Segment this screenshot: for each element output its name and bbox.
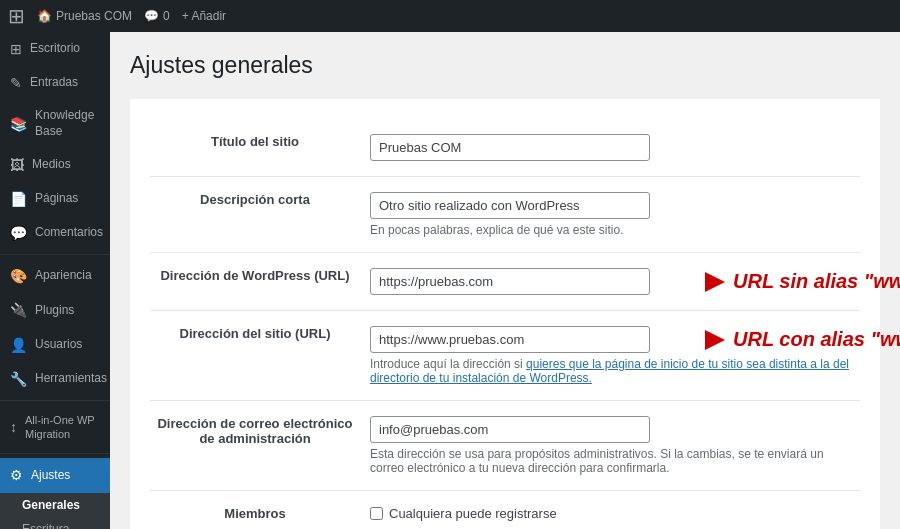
label-site-url: Dirección del sitio (URL) bbox=[150, 311, 370, 401]
svg-marker-1 bbox=[665, 330, 725, 350]
td-email: Esta dirección se usa para propósitos ad… bbox=[370, 401, 860, 491]
entradas-icon: ✎ bbox=[10, 74, 22, 92]
td-descripcion: En pocas palabras, explica de qué va est… bbox=[370, 177, 860, 253]
site-url-link[interactable]: quieres que la página de inicio de tu si… bbox=[370, 357, 849, 385]
menu-sep-3 bbox=[0, 453, 110, 454]
sidebar-item-apariencia[interactable]: 🎨 Apariencia bbox=[0, 259, 110, 293]
sidebar-item-label: All-in-One WP Migration bbox=[25, 413, 100, 442]
row-descripcion: Descripción corta En pocas palabras, exp… bbox=[150, 177, 860, 253]
paginas-icon: 📄 bbox=[10, 190, 27, 208]
label-email: Dirección de correo electrónico de admin… bbox=[150, 401, 370, 491]
miembros-checkbox-label: Cualquiera puede registrarse bbox=[389, 506, 557, 521]
menu-sep-2 bbox=[0, 400, 110, 401]
annotation-wp-url: URL sin alias "www" bbox=[665, 268, 900, 296]
miembros-label: Cualquiera puede registrarse bbox=[370, 506, 860, 521]
svg-marker-0 bbox=[665, 272, 725, 292]
sidebar-item-escritorio[interactable]: ⊞ Escritorio bbox=[0, 32, 110, 66]
desc-descripcion: En pocas palabras, explica de qué va est… bbox=[370, 223, 860, 237]
sidebar-item-herramientas[interactable]: 🔧 Herramientas bbox=[0, 362, 110, 396]
wp-wrap: ⊞ Escritorio ✎ Entradas 📚 Knowledge Base… bbox=[0, 32, 900, 529]
label-wp-url: Dirección de WordPress (URL) bbox=[150, 253, 370, 311]
annotation-site-url-text: URL con alias "www" bbox=[733, 328, 900, 351]
page-title: Ajustes generales bbox=[130, 52, 880, 79]
sidebar-item-label: Apariencia bbox=[35, 268, 92, 284]
annotation-wp-url-text: URL sin alias "www" bbox=[733, 270, 900, 293]
sidebar-item-label: Comentarios bbox=[35, 225, 103, 241]
ajustes-submenu: Generales Escritura Lectura Comentarios … bbox=[0, 493, 110, 529]
sidebar-item-label: Knowledge Base bbox=[35, 108, 100, 139]
sidebar-item-label: Herramientas bbox=[35, 371, 107, 387]
plugins-icon: 🔌 bbox=[10, 301, 27, 319]
sidebar-item-knowledge[interactable]: 📚 Knowledge Base bbox=[0, 100, 110, 147]
adminbar-add-button[interactable]: + Añadir bbox=[182, 9, 226, 23]
sidebar-item-medios[interactable]: 🖼 Medios bbox=[0, 148, 110, 182]
row-titulo: Título del sitio bbox=[150, 119, 860, 177]
sidebar-item-paginas[interactable]: 📄 Páginas bbox=[0, 182, 110, 216]
sidebar-item-label: Usuarios bbox=[35, 337, 82, 353]
adminbar-comments[interactable]: 💬 0 bbox=[144, 9, 170, 23]
input-site-url[interactable] bbox=[370, 326, 650, 353]
sidebar-item-label: Medios bbox=[32, 157, 71, 173]
row-wp-url: Dirección de WordPress (URL) UR bbox=[150, 253, 860, 311]
label-descripcion: Descripción corta bbox=[150, 177, 370, 253]
settings-table: Título del sitio Descripción corta bbox=[150, 119, 860, 529]
sidebar-item-label: Entradas bbox=[30, 75, 78, 91]
sidebar-item-label: Escritorio bbox=[30, 41, 80, 57]
herramientas-icon: 🔧 bbox=[10, 370, 27, 388]
desc-email: Esta dirección se usa para propósitos ad… bbox=[370, 447, 860, 475]
admin-menu: ⊞ Escritorio ✎ Entradas 📚 Knowledge Base… bbox=[0, 32, 110, 529]
ajustes-icon: ⚙ bbox=[10, 466, 23, 484]
escritorio-icon: ⊞ bbox=[10, 40, 22, 58]
td-miembros: Cualquiera puede registrarse bbox=[370, 491, 860, 530]
medios-icon: 🖼 bbox=[10, 156, 24, 174]
main-content: Ajustes generales Título del sitio bbox=[110, 32, 900, 529]
knowledge-icon: 📚 bbox=[10, 115, 27, 133]
sidebar-item-plugins[interactable]: 🔌 Plugins bbox=[0, 293, 110, 327]
admin-bar: ⊞ 🏠 Pruebas COM 💬 0 + Añadir bbox=[0, 0, 900, 32]
arrow-site-url-icon bbox=[665, 326, 725, 354]
sidebar-item-label: Plugins bbox=[35, 303, 74, 319]
row-site-url: Dirección del sitio (URL) URL c bbox=[150, 311, 860, 401]
comentarios-icon: 💬 bbox=[10, 224, 27, 242]
allinone-icon: ↕ bbox=[10, 418, 17, 436]
submenu-escritura[interactable]: Escritura bbox=[0, 517, 110, 529]
desc-site-url: Introduce aquí la dirección si quieres q… bbox=[370, 357, 860, 385]
wp-logo: ⊞ bbox=[8, 4, 25, 28]
td-titulo bbox=[370, 119, 860, 177]
annotation-site-url: URL con alias "www" bbox=[665, 326, 900, 354]
sidebar-item-comentarios[interactable]: 💬 Comentarios bbox=[0, 216, 110, 250]
row-email: Dirección de correo electrónico de admin… bbox=[150, 401, 860, 491]
label-miembros: Miembros bbox=[150, 491, 370, 530]
submenu-generales[interactable]: Generales bbox=[0, 493, 110, 517]
sidebar-item-ajustes[interactable]: ⚙ Ajustes bbox=[0, 458, 110, 492]
checkbox-miembros[interactable] bbox=[370, 507, 383, 520]
input-descripcion[interactable] bbox=[370, 192, 650, 219]
sidebar-item-allinone[interactable]: ↕ All-in-One WP Migration bbox=[0, 405, 110, 450]
sidebar-item-label: Ajustes bbox=[31, 468, 70, 484]
sidebar-item-usuarios[interactable]: 👤 Usuarios bbox=[0, 328, 110, 362]
adminbar-site-name[interactable]: 🏠 Pruebas COM bbox=[37, 9, 132, 23]
usuarios-icon: 👤 bbox=[10, 336, 27, 354]
menu-sep-1 bbox=[0, 254, 110, 255]
label-titulo: Título del sitio bbox=[150, 119, 370, 177]
td-wp-url: URL sin alias "www" bbox=[370, 253, 860, 311]
td-site-url: URL con alias "www" Introduce aquí la di… bbox=[370, 311, 860, 401]
arrow-wp-url-icon bbox=[665, 268, 725, 296]
settings-form-wrap: Título del sitio Descripción corta bbox=[130, 99, 880, 529]
sidebar-item-label: Páginas bbox=[35, 191, 78, 207]
row-miembros: Miembros Cualquiera puede registrarse bbox=[150, 491, 860, 530]
sidebar-item-entradas[interactable]: ✎ Entradas bbox=[0, 66, 110, 100]
input-titulo[interactable] bbox=[370, 134, 650, 161]
input-wp-url[interactable] bbox=[370, 268, 650, 295]
apariencia-icon: 🎨 bbox=[10, 267, 27, 285]
input-email[interactable] bbox=[370, 416, 650, 443]
